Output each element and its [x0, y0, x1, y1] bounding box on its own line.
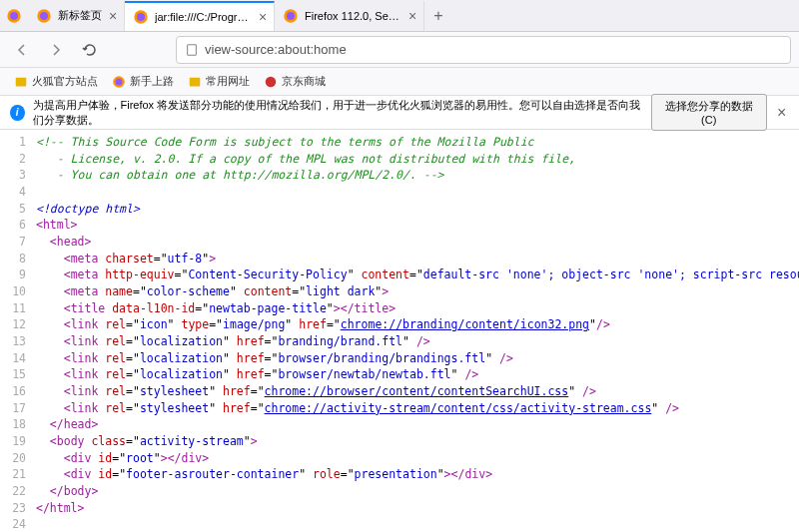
svg-rect-8 [188, 44, 197, 55]
line-number: 23 [0, 500, 36, 517]
line-number: 16 [0, 383, 36, 400]
svg-rect-9 [16, 77, 27, 86]
tab-close-button[interactable]: × [405, 9, 419, 23]
bookmark-label: 常用网址 [206, 74, 250, 89]
tab-close-button[interactable]: × [256, 10, 270, 24]
line-code[interactable]: - You can obtain one at http://mozilla.o… [36, 167, 799, 184]
line-number: 17 [0, 400, 36, 417]
line-number: 18 [0, 416, 36, 433]
bookmark-item[interactable]: 京东商城 [258, 72, 332, 91]
line-code[interactable]: - License, v. 2.0. If a copy of the MPL … [36, 151, 799, 168]
line-code[interactable]: <!-- This Source Code Form is subject to… [36, 134, 799, 151]
source-line: 21 <div id="footer-asrouter-container" r… [0, 466, 799, 483]
line-code[interactable]: <body class="activity-stream"> [36, 433, 799, 450]
url-bar[interactable]: view-source:about:home [176, 36, 791, 64]
bookmark-item[interactable]: 常用网址 [182, 72, 256, 91]
svg-point-1 [10, 12, 18, 20]
info-bar: i 为提高用户体验，Firefox 将发送部分功能的使用情况给我们，用于进一步优… [0, 96, 799, 130]
source-line: 4 [0, 184, 799, 201]
info-close-button[interactable]: × [775, 104, 790, 122]
line-code[interactable]: <meta http-equiv="Content-Security-Polic… [36, 266, 799, 283]
svg-point-11 [116, 78, 123, 85]
tab-favicon [133, 9, 149, 25]
line-code[interactable]: <meta charset="utf-8"> [36, 251, 799, 267]
line-code[interactable]: <div id="root"></div> [36, 450, 799, 467]
bookmark-icon [14, 75, 28, 89]
line-code[interactable]: <link rel="localization" href="browser/b… [36, 350, 799, 367]
line-number: 5 [0, 201, 36, 218]
url-text: view-source:about:home [205, 42, 347, 57]
line-code[interactable]: <link rel="localization" href="browser/n… [36, 366, 799, 383]
line-code[interactable]: <meta name="color-scheme" content="light… [36, 283, 799, 300]
tab-1[interactable]: jar:file:///C:/Program%20Files/M× [125, 1, 275, 31]
bookmark-icon [264, 75, 278, 89]
firefox-window-icon [6, 8, 22, 24]
source-line: 11 <title data-l10n-id="newtab-page-titl… [0, 300, 799, 317]
tab-favicon [283, 8, 299, 24]
source-line: 8 <meta charset="utf-8"> [0, 251, 799, 267]
svg-point-13 [266, 76, 277, 87]
tab-0[interactable]: 新标签页× [28, 1, 125, 31]
line-code[interactable] [36, 184, 799, 201]
bookmark-item[interactable]: 新手上路 [106, 72, 180, 91]
line-number: 3 [0, 167, 36, 184]
line-code[interactable]: <!doctype html> [36, 201, 799, 218]
line-code[interactable]: <title data-l10n-id="newtab-page-title">… [36, 300, 799, 317]
source-line: 1<!-- This Source Code Form is subject t… [0, 134, 799, 151]
tab-favicon [36, 8, 52, 24]
info-text: 为提高用户体验，Firefox 将发送部分功能的使用情况给我们，用于进一步优化火… [33, 98, 643, 128]
tab-2[interactable]: Firefox 112.0, See All New Fe× [275, 1, 424, 31]
source-line: 22 </body> [0, 483, 799, 500]
source-line: 24 [0, 516, 799, 532]
back-button[interactable] [8, 36, 36, 64]
svg-rect-12 [190, 77, 201, 86]
line-number: 19 [0, 433, 36, 450]
line-number: 14 [0, 350, 36, 367]
line-number: 21 [0, 466, 36, 483]
line-code[interactable]: <link rel="localization" href="branding/… [36, 333, 799, 350]
forward-button[interactable] [42, 36, 70, 64]
line-number: 10 [0, 283, 36, 300]
source-line: 16 <link rel="stylesheet" href="chrome:/… [0, 383, 799, 400]
tab-bar: 新标签页×jar:file:///C:/Program%20Files/M×Fi… [0, 0, 799, 32]
tab-title: Firefox 112.0, See All New Fe [305, 10, 401, 22]
line-code[interactable]: <head> [36, 234, 799, 251]
line-code[interactable]: </head> [36, 416, 799, 433]
line-number: 12 [0, 316, 36, 333]
line-code[interactable]: </html> [36, 500, 799, 517]
new-tab-button[interactable]: + [424, 2, 452, 30]
tab-close-button[interactable]: × [106, 9, 120, 23]
line-code[interactable]: <html> [36, 217, 799, 234]
source-line: 14 <link rel="localization" href="browse… [0, 350, 799, 367]
line-code[interactable]: <link rel="stylesheet" href="chrome://br… [36, 383, 799, 400]
line-code[interactable]: <div id="footer-asrouter-container" role… [36, 466, 799, 483]
source-line: 17 <link rel="stylesheet" href="chrome:/… [0, 400, 799, 417]
source-view: 1<!-- This Source Code Form is subject t… [0, 130, 799, 532]
source-line: 6<html> [0, 217, 799, 234]
source-line: 7 <head> [0, 234, 799, 251]
line-number: 20 [0, 450, 36, 467]
reload-button[interactable] [76, 36, 104, 64]
line-code[interactable]: <link rel="icon" type="image/png" href="… [36, 316, 799, 333]
line-code[interactable] [36, 516, 799, 532]
bookmark-item[interactable]: 火狐官方站点 [8, 72, 104, 91]
svg-point-3 [40, 12, 48, 20]
bookmark-label: 京东商城 [282, 74, 326, 89]
source-line: 20 <div id="root"></div> [0, 450, 799, 467]
source-line: 19 <body class="activity-stream"> [0, 433, 799, 450]
line-number: 24 [0, 516, 36, 532]
line-number: 6 [0, 217, 36, 234]
line-number: 8 [0, 251, 36, 267]
source-line: 12 <link rel="icon" type="image/png" hre… [0, 316, 799, 333]
source-line: 3 - You can obtain one at http://mozilla… [0, 167, 799, 184]
source-line: 15 <link rel="localization" href="browse… [0, 366, 799, 383]
info-icon: i [10, 105, 25, 121]
info-action-button[interactable]: 选择您分享的数据(C) [651, 94, 767, 131]
line-number: 1 [0, 134, 36, 151]
line-code[interactable]: </body> [36, 483, 799, 500]
bookmark-label: 火狐官方站点 [32, 74, 98, 89]
source-line: 5<!doctype html> [0, 201, 799, 218]
line-code[interactable]: <link rel="stylesheet" href="chrome://ac… [36, 400, 799, 417]
page-icon [185, 43, 199, 57]
source-line: 9 <meta http-equiv="Content-Security-Pol… [0, 266, 799, 283]
